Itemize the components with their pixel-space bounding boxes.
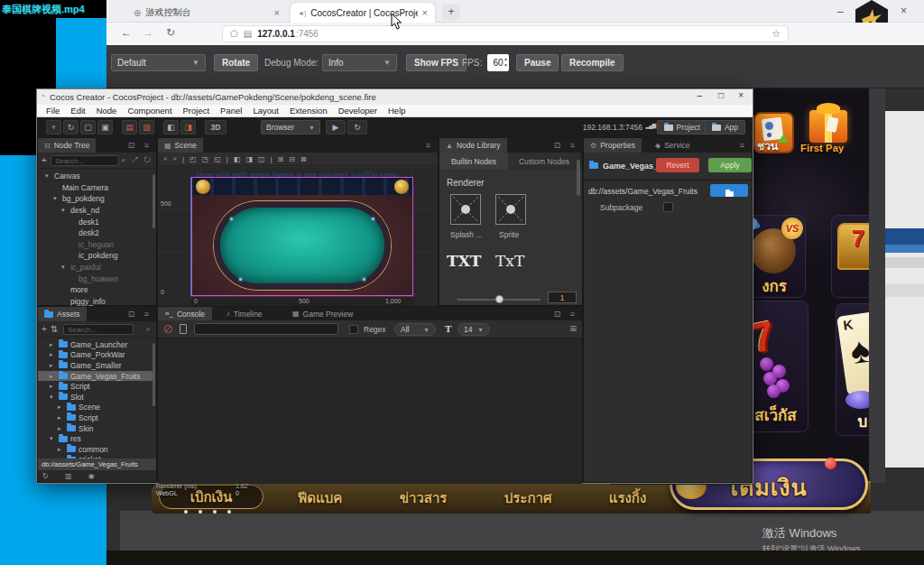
add-asset-icon[interactable]: + <box>42 324 47 334</box>
node-tree-item[interactable]: Main Camera <box>38 182 154 194</box>
reload-icon[interactable]: ↻ <box>166 26 175 39</box>
rect-tool-icon[interactable]: ▣ <box>97 120 113 134</box>
anchor-toggle-icon[interactable]: ▥ <box>139 120 154 134</box>
expand-arrow-icon[interactable]: ▾ <box>50 394 56 401</box>
clear-console-icon[interactable] <box>164 325 172 333</box>
scene-tab[interactable]: ▦ Scene <box>158 138 203 153</box>
node-tree-item[interactable]: ic_heguan <box>38 239 154 251</box>
menu-layout[interactable]: Layout <box>247 106 284 116</box>
zoom-slider-knob[interactable] <box>495 295 504 303</box>
console-log-area[interactable] <box>158 338 582 484</box>
menu-developer[interactable]: Developer <box>333 106 383 116</box>
menu-edit[interactable]: Edit <box>65 106 90 116</box>
expand-arrow-icon[interactable]: ▸ <box>58 414 64 421</box>
tab-close-icon[interactable]: × <box>422 7 428 18</box>
builtin-nodes-tab[interactable]: Builtin Nodes <box>439 153 508 170</box>
node-tree-item[interactable]: more <box>38 284 154 296</box>
node-tree-item[interactable]: desk2 <box>38 227 154 239</box>
menu-extension[interactable]: Extension <box>284 106 333 116</box>
asset-item[interactable]: ▸Script <box>38 381 154 392</box>
expand-arrow-icon[interactable]: ▸ <box>50 383 56 390</box>
rotate-button[interactable]: Rotate <box>214 54 258 71</box>
align-icon[interactable]: ◧ <box>234 155 241 163</box>
scrollbar[interactable] <box>152 174 155 228</box>
browser-close-button[interactable]: × <box>901 5 907 17</box>
menu-project[interactable]: Project <box>178 106 216 116</box>
asset-item[interactable]: ▸Scene <box>38 403 154 413</box>
asset-item[interactable]: ▸Game_Launcher <box>38 339 154 350</box>
browser-tab-game-console[interactable]: ⊕ 游戏控制台 × <box>126 3 287 23</box>
new-tab-button[interactable]: + <box>442 5 460 20</box>
first-pay-gift-icon[interactable] <box>809 110 847 143</box>
show-fps-button[interactable]: Show FPS <box>406 54 467 71</box>
menu-node[interactable]: Node <box>91 106 123 116</box>
align-icon[interactable]: ◨ <box>245 155 253 163</box>
panel-menu-icon[interactable]: ≡ <box>426 141 434 150</box>
expand-arrow-icon[interactable]: ▾ <box>53 195 60 202</box>
sort-icon[interactable]: ⇅ <box>51 324 58 334</box>
menu-component[interactable]: Component <box>122 106 177 116</box>
node-tree-item[interactable]: desk1 <box>38 216 154 227</box>
align-icon[interactable]: ◫ <box>258 155 265 163</box>
font-size-select[interactable]: 14▼ <box>457 323 490 336</box>
asset-item[interactable]: ▾Slot <box>38 392 154 403</box>
console-tab-console[interactable]: »_Console <box>158 307 212 320</box>
log-level-select[interactable]: All▼ <box>394 323 436 336</box>
align-icon[interactable]: ⊠ <box>300 155 307 163</box>
poker-table-scene[interactable] <box>191 177 413 296</box>
expand-arrow-icon[interactable]: ▸ <box>50 351 56 358</box>
asset-item[interactable]: ▸Game_Smaller <box>38 360 154 371</box>
sprite-node-thumbnail[interactable] <box>495 194 526 225</box>
global-toggle-icon[interactable]: ◨ <box>180 120 196 134</box>
collapse-icon[interactable]: ⊞ <box>569 324 577 333</box>
expand-arrow-icon[interactable]: ▾ <box>45 172 51 180</box>
node-search-input[interactable] <box>51 155 119 166</box>
service-tab[interactable]: ◈ Service <box>649 138 697 153</box>
panel-menu-icons[interactable]: ⊡ ≡ <box>128 310 152 319</box>
shield-icon[interactable]: ⬠ <box>230 29 238 39</box>
node-library-tab[interactable]: ▲ Node Library <box>439 138 507 153</box>
properties-tab[interactable]: ⚙ Properties <box>584 138 642 153</box>
align-icon[interactable]: ⊞ <box>278 155 284 163</box>
subpackage-checkbox[interactable] <box>663 202 673 212</box>
align-icon[interactable]: ⌕ <box>163 154 167 163</box>
page-icon[interactable]: ▤ <box>244 29 252 39</box>
maximize-button[interactable]: □ <box>718 90 724 100</box>
menu-file[interactable]: File <box>41 106 65 116</box>
browser-minimize-button[interactable]: – <box>837 5 844 18</box>
splash-node-thumbnail[interactable] <box>450 194 481 225</box>
align-icon[interactable]: ⊟ <box>289 155 295 163</box>
node-tree-item[interactable]: ▾Canvas <box>38 171 154 182</box>
game-menu-item[interactable]: แรงกิ้ง <box>609 487 646 509</box>
minimize-button[interactable]: – <box>697 90 702 100</box>
locate-asset-button[interactable] <box>710 184 748 197</box>
node-tree-item[interactable]: ▾bg_pokdeng <box>38 193 154 205</box>
browser-tab-cocoscreator[interactable]: ◄) CocosCreator | CocosProject × <box>291 3 435 23</box>
open-app-button[interactable]: App <box>705 120 745 134</box>
expand-arrow-icon[interactable]: ▸ <box>58 446 64 453</box>
expand-arrow-icon[interactable]: ▸ <box>50 362 56 369</box>
regex-checkbox[interactable] <box>349 325 358 334</box>
node-tree-tab[interactable]: ⊟ Node Tree <box>38 138 96 153</box>
3d-toggle-button[interactable]: 3D <box>205 120 226 134</box>
game-tile-vegas[interactable]: 7 สเว็กัส <box>753 301 808 432</box>
tab-close-icon[interactable]: × <box>274 7 280 18</box>
game-menu-item[interactable]: ประกาศ <box>504 487 552 509</box>
video-progress-strip[interactable] <box>106 551 924 565</box>
scene-select[interactable]: Default▼ <box>111 54 206 71</box>
assets-tab[interactable]: Assets <box>38 307 87 321</box>
console-tab-game-preview[interactable]: ▦Game Preview <box>285 307 360 320</box>
revert-button[interactable]: Revert <box>656 158 699 172</box>
open-project-button[interactable]: Project <box>657 120 707 134</box>
node-tree-item[interactable]: ▾desk_nd <box>38 205 154 217</box>
asset-item[interactable]: ▸common <box>38 444 154 455</box>
close-button[interactable]: × <box>738 90 744 100</box>
assets-search-input[interactable] <box>63 324 134 335</box>
play-button[interactable]: ▶ <box>326 120 346 134</box>
apply-button[interactable]: Apply <box>708 158 752 172</box>
refresh-button[interactable]: ↻ <box>347 120 367 134</box>
pause-button[interactable]: Pause <box>516 54 559 71</box>
align-icon[interactable]: ◰ <box>189 155 197 163</box>
menu-help[interactable]: Help <box>383 106 411 116</box>
game-menu-item[interactable]: ฟีดแบค <box>298 487 343 509</box>
